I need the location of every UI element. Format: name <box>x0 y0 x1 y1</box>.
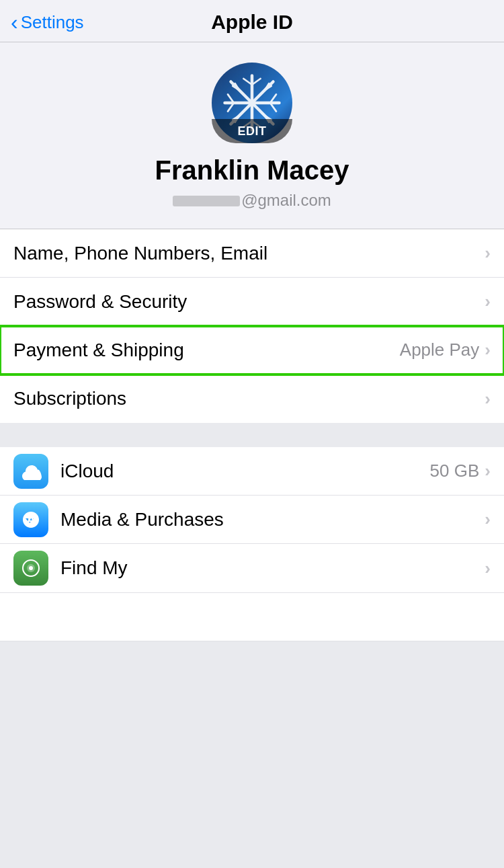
profile-name: Franklin Macey <box>155 155 349 186</box>
row-label-payment-shipping: Payment & Shipping <box>13 340 184 361</box>
back-label: Settings <box>21 12 84 33</box>
settings-group-1: Name, Phone Numbers, Email › Password & … <box>0 229 504 423</box>
chevron-right-icon: › <box>485 340 491 360</box>
settings-row-find-my[interactable]: Find My › <box>0 544 504 592</box>
settings-row-media-purchases[interactable]: A Media & Purchases › <box>0 496 504 544</box>
profile-email: @gmail.com <box>173 191 331 210</box>
settings-row-password-security[interactable]: Password & Security › <box>0 278 504 326</box>
partial-row <box>0 593 504 641</box>
row-label-media-purchases: Media & Purchases <box>60 509 224 530</box>
avatar-edit-label: EDIT <box>237 124 266 139</box>
row-label-password-security: Password & Security <box>13 291 187 313</box>
page-title: Apple ID <box>211 11 293 34</box>
profile-section: EDIT Franklin Macey @gmail.com <box>0 42 504 229</box>
back-button[interactable]: ‹ Settings <box>11 11 84 33</box>
settings-group-2: iCloud 50 GB › A Media & Purchases › <box>0 447 504 592</box>
media-purchases-icon: A <box>13 502 48 537</box>
settings-row-subscriptions[interactable]: Subscriptions › <box>0 374 504 423</box>
email-suffix: @gmail.com <box>241 191 331 209</box>
row-label-icloud: iCloud <box>60 461 114 482</box>
row-label-subscriptions: Subscriptions <box>13 388 126 409</box>
svg-point-20 <box>249 100 255 106</box>
icloud-value: 50 GB <box>430 461 480 481</box>
section-spacer <box>0 423 504 447</box>
settings-row-name-phone-email[interactable]: Name, Phone Numbers, Email › <box>0 229 504 278</box>
icloud-icon <box>13 454 48 489</box>
payment-value: Apple Pay <box>400 340 480 360</box>
svg-point-24 <box>29 566 33 570</box>
svg-text:A: A <box>27 513 36 526</box>
navigation-header: ‹ Settings Apple ID <box>0 0 504 42</box>
row-label-find-my: Find My <box>60 557 128 579</box>
back-chevron-icon: ‹ <box>11 11 18 33</box>
chevron-right-icon: › <box>485 558 491 579</box>
chevron-right-icon: › <box>485 243 491 264</box>
chevron-right-icon: › <box>485 291 491 312</box>
email-redacted-part <box>173 196 240 206</box>
chevron-right-icon: › <box>485 461 491 481</box>
chevron-right-icon: › <box>485 389 491 409</box>
avatar-edit-bar[interactable]: EDIT <box>212 119 292 143</box>
chevron-right-icon: › <box>485 509 491 530</box>
row-label-name-phone-email: Name, Phone Numbers, Email <box>13 243 267 264</box>
settings-row-payment-shipping[interactable]: Payment & Shipping Apple Pay › <box>0 326 504 374</box>
avatar-container[interactable]: EDIT <box>212 63 292 143</box>
find-my-icon <box>13 551 48 586</box>
settings-row-icloud[interactable]: iCloud 50 GB › <box>0 447 504 496</box>
